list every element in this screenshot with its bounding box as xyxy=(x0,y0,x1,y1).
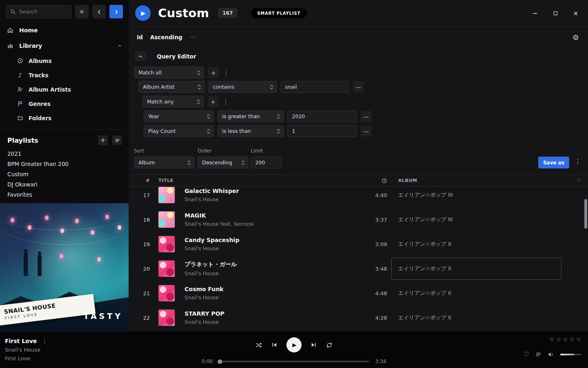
column-header-album[interactable]: ALBUM xyxy=(388,178,570,183)
save-options-icon[interactable]: ⋮ xyxy=(575,157,581,165)
track-title: Galactic Whisper xyxy=(185,188,355,194)
remove-rule-button[interactable]: — xyxy=(361,111,372,122)
select-value: is less than xyxy=(222,128,251,134)
seek-bar[interactable] xyxy=(218,361,370,362)
nav-forward-button[interactable] xyxy=(109,5,123,18)
playlist-item[interactable]: BPM Greater than 200 xyxy=(0,159,129,169)
sidebar-item-folders[interactable]: Folders xyxy=(0,111,129,125)
search-input[interactable] xyxy=(19,9,67,15)
playlist-item[interactable]: 2021 xyxy=(0,148,129,159)
rule-operator-select[interactable]: is less than xyxy=(218,125,284,137)
track-duration: 3:09 xyxy=(355,241,388,247)
maximize-button[interactable] xyxy=(552,10,559,16)
playlist-list-button[interactable] xyxy=(112,135,122,145)
star-icon[interactable]: ☆ xyxy=(569,336,575,343)
add-rule-button[interactable]: + xyxy=(207,96,218,107)
match-mode-select[interactable]: Match any xyxy=(143,96,204,108)
star-icon[interactable]: ☆ xyxy=(563,336,568,343)
queue-icon[interactable] xyxy=(535,352,541,357)
playlist-item[interactable]: DJ Okawari xyxy=(0,179,129,189)
sidebar-item-tracks[interactable]: ♪ Tracks xyxy=(0,68,129,82)
favorite-heart-icon[interactable]: ♡ xyxy=(523,350,529,358)
playlist-item[interactable]: Favorites xyxy=(0,189,129,200)
table-row[interactable]: 22 STARRY POP Snail's House 4:28 エイリアン☆ポ… xyxy=(129,305,588,330)
limit-input[interactable] xyxy=(251,157,282,168)
table-row[interactable]: 21 Cosmo Funk Snail's House 4:48 エイリアン☆ポ… xyxy=(129,281,588,305)
play-pause-button[interactable]: ▶ xyxy=(287,337,302,352)
playlist-item[interactable]: Custom xyxy=(0,169,129,179)
rule-value-input[interactable] xyxy=(281,81,349,93)
shuffle-icon[interactable] xyxy=(255,342,263,348)
volume-slider[interactable] xyxy=(560,354,581,355)
updown-chevron-icon xyxy=(197,99,200,105)
add-playlist-button[interactable]: + xyxy=(98,135,108,145)
sort-select[interactable]: Album xyxy=(134,157,194,168)
track-number: 17 xyxy=(129,192,153,198)
nav-back-button[interactable] xyxy=(92,5,106,18)
group-options-icon[interactable]: ⋮ xyxy=(223,67,230,78)
play-playlist-button[interactable]: ▶ xyxy=(135,5,151,21)
settings-gear-icon[interactable]: ⚙ xyxy=(572,33,579,42)
remove-rule-button[interactable]: — xyxy=(353,81,364,92)
rule-field-select[interactable]: Year xyxy=(144,110,214,122)
sidebar-item-library[interactable]: Library xyxy=(0,38,129,54)
rule-field-select[interactable]: Play Count xyxy=(144,125,214,137)
rule-operator-select[interactable]: is greater than xyxy=(218,110,284,122)
sort-direction-button[interactable]: Ascending xyxy=(150,34,183,40)
match-mode-select[interactable]: Match all xyxy=(134,67,204,79)
rule-value-input[interactable] xyxy=(287,110,357,122)
collapse-query-editor-button[interactable] xyxy=(135,52,146,61)
remove-rule-button[interactable]: — xyxy=(361,126,372,137)
star-icon[interactable]: ☆ xyxy=(576,336,581,343)
column-header-duration[interactable] xyxy=(355,178,388,184)
column-header-number[interactable]: # xyxy=(129,178,153,183)
track-title: プラネット・ガール xyxy=(185,261,355,268)
select-value: Match any xyxy=(147,99,174,105)
track-artist: Snail's House xyxy=(185,245,355,251)
track-artist: Snail's House feat. Sennzai xyxy=(185,221,355,227)
next-track-icon[interactable] xyxy=(311,342,317,348)
save-as-button[interactable]: Save as xyxy=(538,157,569,168)
sidebar: ≡ Home Library Albums ♪ Tracks Album Art… xyxy=(0,0,129,331)
seek-handle[interactable] xyxy=(218,359,222,364)
rule-field-select[interactable]: Album Artist xyxy=(138,81,205,93)
star-icon[interactable]: ☆ xyxy=(549,336,555,343)
track-menu-icon[interactable]: ⋮ xyxy=(42,338,47,344)
table-row[interactable]: 20 プラネット・ガール Snail's House 3:48 エイリアン☆ポッ… xyxy=(129,256,588,281)
sidebar-item-album-artists[interactable]: Album Artists xyxy=(0,82,129,96)
menu-button[interactable]: ≡ xyxy=(75,5,89,18)
close-button[interactable]: × xyxy=(572,10,579,16)
table-row[interactable]: 17 Galactic Whisper Snail's House 4:40 エ… xyxy=(129,186,588,207)
column-header-favorite[interactable]: ♡ xyxy=(570,178,588,183)
updown-chevron-icon xyxy=(241,160,245,166)
rule-operator-select[interactable]: contains xyxy=(208,81,277,93)
search-box[interactable] xyxy=(6,5,71,18)
select-value: Play Count xyxy=(148,128,176,134)
minimize-button[interactable]: − xyxy=(532,10,538,16)
more-options-icon[interactable]: ⋯ xyxy=(190,34,196,41)
page-title: Custom xyxy=(158,6,209,20)
collapse-chevron-up-icon[interactable] xyxy=(117,43,122,48)
volume-icon[interactable] xyxy=(548,352,554,357)
order-select[interactable]: Descending xyxy=(198,157,248,168)
rule-value-input[interactable] xyxy=(287,125,357,137)
sidebar-item-albums[interactable]: Albums xyxy=(0,54,129,68)
star-icon[interactable]: ☆ xyxy=(556,336,561,343)
plus-icon: + xyxy=(211,99,216,105)
sidebar-item-home[interactable]: Home xyxy=(0,22,129,38)
home-icon xyxy=(7,27,14,34)
scrollbar-thumb[interactable] xyxy=(584,199,587,229)
table-row[interactable]: 18 MAGIK Snail's House feat. Sennzai 3:3… xyxy=(129,207,588,232)
previous-track-icon[interactable] xyxy=(272,342,278,348)
select-value: Year xyxy=(148,113,159,119)
sort-field-button[interactable]: Id xyxy=(137,34,143,40)
now-playing-artwork[interactable]: SNAIL'S HOUSE FIRST LOVE TASTY xyxy=(0,203,129,331)
track-number: 21 xyxy=(129,290,153,296)
table-row[interactable]: 19 Candy Spaceship Snail's House 3:09 エイ… xyxy=(129,232,588,256)
group-options-icon[interactable]: ⋮ xyxy=(222,96,229,107)
column-header-title[interactable]: TITLE xyxy=(153,178,355,183)
add-rule-button[interactable]: + xyxy=(208,67,219,78)
track-number: 22 xyxy=(129,315,153,321)
sidebar-item-genres[interactable]: Genres xyxy=(0,96,129,111)
repeat-icon[interactable] xyxy=(326,342,333,348)
